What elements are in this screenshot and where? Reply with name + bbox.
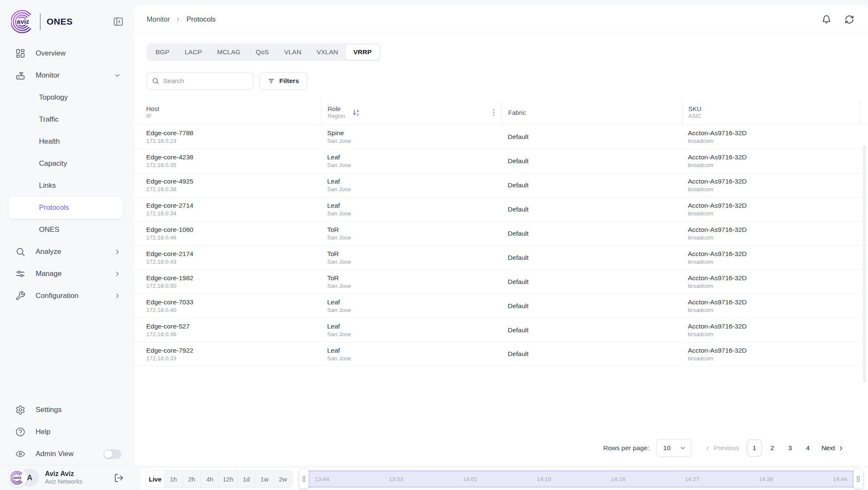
sidebar-item-help[interactable]: Help bbox=[0, 421, 134, 443]
asic-value: broadcom bbox=[688, 306, 860, 314]
sidebar-item-capacity[interactable]: Capacity bbox=[0, 153, 134, 175]
table-row[interactable]: Edge-core-1060172.18.0.46 ToRSan Jose De… bbox=[135, 221, 868, 245]
table-row[interactable]: Edge-core-7788172.18.0.23 SpineSan Jose … bbox=[135, 125, 868, 149]
timeline-left-handle[interactable] bbox=[299, 469, 309, 489]
tab-qos[interactable]: QoS bbox=[248, 45, 276, 60]
sidebar-item-settings[interactable]: Settings bbox=[0, 399, 134, 421]
sidebar-item-configuration[interactable]: Configuration bbox=[0, 285, 134, 307]
filter-icon bbox=[267, 77, 275, 85]
host-value: Edge-core-7033 bbox=[146, 298, 321, 306]
collapse-sidebar-button[interactable] bbox=[113, 16, 124, 27]
tab-vxlan[interactable]: VXLAN bbox=[309, 45, 346, 60]
host-value: Edge-core-1060 bbox=[146, 226, 321, 234]
timeline-tick: 14:01 bbox=[463, 476, 477, 482]
topbar-actions bbox=[821, 14, 854, 25]
region-value: San Jose bbox=[327, 282, 501, 290]
timeline-selected-band[interactable]: 13:44 13:53 14:01 14:10 14:18 14:27 14:3… bbox=[304, 471, 858, 487]
chevron-left-icon bbox=[704, 445, 711, 451]
table-row[interactable]: Edge-core-1982172.18.0.50 ToRSan Jose De… bbox=[135, 270, 868, 294]
sidebar-item-links[interactable]: Links bbox=[0, 175, 134, 197]
sidebar-item-ones[interactable]: ONES bbox=[0, 219, 134, 241]
host-value: Edge-core-4925 bbox=[146, 177, 321, 186]
help-icon bbox=[15, 427, 25, 437]
range-1w[interactable]: 1w bbox=[256, 471, 274, 487]
refresh-button[interactable] bbox=[844, 14, 854, 25]
fabric-value: Default bbox=[508, 253, 682, 262]
timeline-right-handle[interactable] bbox=[854, 469, 863, 489]
timeline-tick: 14:36 bbox=[759, 476, 773, 482]
chevron-down-icon bbox=[114, 72, 121, 79]
host-value: Edge-core-1982 bbox=[146, 274, 321, 282]
tab-vlan[interactable]: VLAN bbox=[276, 45, 309, 60]
rows-per-page-select[interactable]: 10 bbox=[656, 439, 692, 457]
sidebar-item-overview[interactable]: Overview bbox=[0, 42, 134, 64]
admin-view-toggle[interactable] bbox=[103, 449, 121, 459]
asic-value: broadcom bbox=[688, 186, 860, 193]
sidebar-item-protocols[interactable]: Protocols bbox=[8, 197, 123, 219]
page-buttons: 1 2 3 4 bbox=[747, 440, 815, 457]
page-button-4[interactable]: 4 bbox=[800, 440, 815, 457]
range-live[interactable]: Live bbox=[146, 471, 164, 487]
search-icon bbox=[15, 247, 25, 257]
sidebar-item-analyze[interactable]: Analyze bbox=[0, 241, 134, 263]
page-button-3[interactable]: 3 bbox=[782, 440, 798, 457]
column-header-role[interactable]: Role Region A Z bbox=[321, 100, 501, 125]
page-button-2[interactable]: 2 bbox=[765, 440, 780, 457]
tab-mclag[interactable]: MCLAG bbox=[209, 45, 248, 60]
table-row[interactable]: Edge-core-4238172.18.0.35 LeafSan Jose D… bbox=[135, 149, 868, 173]
range-2h[interactable]: 2h bbox=[183, 471, 201, 487]
breadcrumb-parent[interactable]: Monitor bbox=[147, 15, 170, 23]
logout-button[interactable] bbox=[114, 473, 124, 483]
chevron-right-icon bbox=[114, 292, 121, 300]
sidebar-item-admin-view: Admin View bbox=[0, 443, 134, 465]
user-name: Aviz Aviz bbox=[45, 470, 82, 478]
range-12h[interactable]: 12h bbox=[219, 471, 237, 487]
timeline-tick: 13:44 bbox=[315, 476, 329, 482]
chevron-down-icon bbox=[679, 445, 686, 451]
tab-vrrp[interactable]: VRRP bbox=[346, 45, 379, 60]
search-input[interactable] bbox=[147, 72, 253, 90]
svg-text:Z: Z bbox=[357, 112, 359, 116]
tab-bgp[interactable]: BGP bbox=[148, 45, 177, 60]
column-header-fabric[interactable]: Fabric bbox=[501, 100, 682, 125]
table-row[interactable]: Edge-core-4925172.18.0.38 LeafSan Jose D… bbox=[135, 173, 868, 197]
sort-az-icon[interactable]: A Z bbox=[352, 108, 361, 117]
main-card: Monitor Protocols BGP bbox=[135, 5, 868, 465]
column-menu-button[interactable] bbox=[490, 109, 497, 116]
drag-handle-icon bbox=[302, 476, 306, 482]
sidebar-item-topology[interactable]: Topology bbox=[0, 86, 134, 109]
range-2w[interactable]: 2w bbox=[274, 471, 292, 487]
table-scrollbar[interactable] bbox=[863, 145, 866, 382]
column-header-host[interactable]: Host IP bbox=[135, 100, 321, 125]
table-row[interactable]: Edge-core-2174172.18.0.43 ToRSan Jose De… bbox=[135, 245, 868, 270]
sidebar-item-traffic[interactable]: Traffic bbox=[0, 109, 134, 131]
table-row[interactable]: Edge-core-7922172.18.0.33 LeafSan Jose D… bbox=[135, 342, 868, 366]
page-button-1[interactable]: 1 bbox=[747, 440, 762, 457]
search-wrap bbox=[147, 72, 253, 90]
column-header-sku[interactable]: SKU ASIC bbox=[682, 100, 860, 125]
range-1d[interactable]: 1d bbox=[237, 471, 256, 487]
sidebar-item-label: Manage bbox=[36, 270, 61, 278]
sidebar: aviz ONES Overview Monitor bbox=[0, 0, 134, 490]
table-row[interactable]: Edge-core-2714172.18.0.34 LeafSan Jose D… bbox=[135, 197, 868, 221]
filters-label: Filters bbox=[279, 77, 299, 85]
fabric-value: Default bbox=[508, 278, 682, 286]
sidebar-item-health[interactable]: Health bbox=[0, 131, 134, 153]
sidebar-item-label: Admin View bbox=[36, 450, 73, 458]
table-row[interactable]: Edge-core-7033172.18.0.40 LeafSan Jose D… bbox=[135, 294, 868, 318]
tab-lacp[interactable]: LACP bbox=[177, 45, 210, 60]
range-4h[interactable]: 4h bbox=[201, 471, 219, 487]
table-row[interactable]: Edge-core-527172.18.0.36 LeafSan Jose De… bbox=[135, 318, 868, 342]
svg-text:A: A bbox=[357, 109, 359, 112]
filters-button[interactable]: Filters bbox=[259, 72, 307, 90]
host-value: Edge-core-7788 bbox=[146, 129, 321, 137]
time-range-buttons: Live 1h 2h 4h 12h 1d 1w 2w bbox=[146, 470, 292, 488]
asic-value: broadcom bbox=[688, 282, 860, 290]
sidebar-item-monitor[interactable]: Monitor bbox=[0, 64, 134, 86]
next-page-button[interactable]: Next bbox=[821, 444, 844, 452]
sidebar-item-label: Overview bbox=[36, 49, 66, 58]
notifications-button[interactable] bbox=[821, 14, 832, 25]
sidebar-item-manage[interactable]: Manage bbox=[0, 263, 134, 285]
previous-page-button[interactable]: Previous bbox=[704, 444, 739, 452]
range-1h[interactable]: 1h bbox=[164, 471, 183, 487]
